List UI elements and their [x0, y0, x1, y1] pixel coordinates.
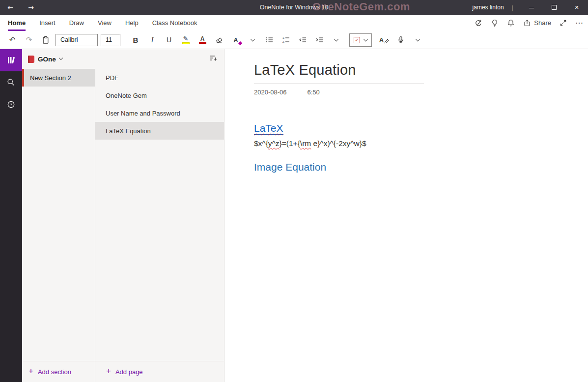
font-group-dropdown[interactable]	[245, 32, 260, 47]
section-item-new-section-2[interactable]: New Section 2	[22, 69, 95, 87]
expand-icon	[560, 19, 567, 27]
page-title[interactable]: LaTeX Equation	[254, 62, 588, 78]
chevron-down-icon	[364, 36, 368, 41]
paragraph-group-dropdown[interactable]	[329, 32, 343, 47]
ink-replay-button[interactable]	[475, 19, 482, 27]
clear-formatting-button[interactable]: A	[228, 32, 243, 47]
outdent-icon	[299, 36, 307, 44]
page-date: 2020-08-06	[254, 88, 287, 96]
redo-button[interactable]: ↷	[22, 32, 36, 47]
lightbulb-icon	[491, 19, 499, 27]
todo-tag-control[interactable]	[349, 33, 372, 47]
notebooks-nav-button[interactable]	[0, 49, 22, 71]
highlighter-icon: ✎	[183, 35, 189, 42]
add-section-button[interactable]: + Add section	[22, 361, 95, 382]
back-button[interactable]: ←	[0, 0, 21, 15]
share-button[interactable]: Share	[523, 19, 551, 27]
recent-notes-nav-button[interactable]	[0, 93, 22, 116]
ink-replay-icon	[475, 19, 482, 27]
sort-icon	[209, 55, 217, 62]
close-button[interactable]: ✕	[565, 0, 588, 15]
dictate-button[interactable]	[393, 32, 408, 47]
notifications-button[interactable]	[507, 19, 515, 27]
font-name-select[interactable]: Calibri	[56, 34, 98, 46]
numbered-list-icon: 1.2.	[282, 36, 290, 44]
styles-button[interactable]: A	[377, 32, 392, 47]
tab-help[interactable]: Help	[125, 15, 139, 31]
user-account[interactable]: james linton	[473, 4, 504, 11]
tab-view[interactable]: View	[98, 15, 112, 31]
formatting-toolbar: ↶ ↷ Calibri 11 B I U ✎ A A 1.2.	[0, 31, 588, 49]
numbered-list-button[interactable]: 1.2.	[279, 32, 293, 47]
equation-segment: $x^{	[254, 139, 268, 147]
note-canvas[interactable]: LaTeX Equation 2020-08-06 6:50 LaTeX $x^…	[224, 49, 588, 382]
chevron-down-icon	[250, 36, 255, 41]
notebook-name: GOne	[38, 56, 56, 63]
forward-button[interactable]: →	[21, 0, 41, 15]
window-title: OneNote for Windows 10	[260, 4, 329, 11]
highlight-colorbar	[182, 42, 190, 44]
latex-hyperlink[interactable]: LaTeX	[254, 122, 283, 135]
page-meta: 2020-08-06 6:50	[254, 88, 588, 96]
styles-letter: A	[379, 36, 384, 44]
titlebar-separator: |	[512, 4, 513, 11]
tab-home[interactable]: Home	[8, 15, 26, 31]
plus-icon: +	[28, 366, 33, 376]
latex-link-line: LaTeX	[254, 122, 588, 134]
bullet-list-button[interactable]	[262, 32, 277, 47]
indent-icon	[315, 36, 324, 44]
notebook-icon	[28, 56, 34, 63]
tell-me-button[interactable]	[491, 19, 499, 27]
share-icon	[523, 19, 531, 27]
search-nav-button[interactable]	[0, 71, 22, 93]
panels-footer: + Add section + Add page	[22, 361, 224, 382]
navigation-panels: GOne New Section 2 PDF OneNote Gem User …	[22, 49, 224, 382]
svg-text:2.: 2.	[282, 40, 285, 43]
search-icon	[7, 78, 15, 87]
chevron-down-icon	[59, 56, 63, 60]
bullet-list-icon	[265, 36, 274, 44]
equation-segment: e}^x)^{-2xy^w}$	[311, 139, 366, 147]
tab-insert[interactable]: Insert	[39, 15, 56, 31]
add-page-button[interactable]: + Add page	[95, 361, 143, 382]
outdent-button[interactable]	[295, 32, 310, 47]
clipboard-icon	[42, 36, 50, 44]
minimize-button[interactable]: —	[520, 0, 543, 15]
chevron-down-icon	[334, 36, 338, 41]
indent-button[interactable]	[312, 32, 327, 47]
maximize-button[interactable]	[543, 0, 565, 15]
sort-pages-button[interactable]	[209, 55, 217, 64]
image-equation-heading[interactable]: Image Equation	[254, 161, 588, 173]
page-item-pdf[interactable]: PDF	[95, 69, 224, 87]
latex-equation-text[interactable]: $x^{y^z}=(1+{\rm e}^x)^{-2xy^w}$	[254, 139, 588, 148]
tab-draw[interactable]: Draw	[69, 15, 84, 31]
panels-header: GOne	[22, 49, 224, 69]
ribbon-tab-bar: Home Insert Draw View Help Class Noteboo…	[0, 15, 588, 31]
notebook-dropdown[interactable]: GOne	[22, 56, 95, 63]
styles-pen-icon	[384, 39, 389, 44]
paste-button[interactable]	[38, 32, 53, 47]
highlighter-button[interactable]: ✎	[178, 32, 193, 47]
add-page-label: Add page	[115, 368, 143, 376]
undo-button[interactable]: ↶	[5, 32, 20, 47]
eraser-icon	[215, 36, 223, 44]
font-color-letter: A	[200, 36, 205, 42]
fullscreen-button[interactable]	[560, 19, 567, 27]
page-item-user-name-and-password[interactable]: User Name and Password	[95, 104, 224, 122]
eraser-button[interactable]	[212, 32, 226, 47]
font-color-button[interactable]: A	[195, 32, 210, 47]
todo-checkbox-icon	[354, 37, 360, 43]
bold-button[interactable]: B	[128, 32, 143, 47]
dictate-dropdown[interactable]	[410, 32, 425, 47]
page-item-latex-equation[interactable]: LaTeX Equation	[95, 122, 224, 140]
tab-class-notebook[interactable]: Class Notebook	[152, 15, 197, 31]
clock-icon	[7, 100, 15, 109]
bell-icon	[507, 19, 515, 27]
font-size-select[interactable]: 11	[101, 34, 120, 46]
page-item-onenote-gem[interactable]: OneNote Gem	[95, 87, 224, 104]
clear-formatting-diamond-icon	[238, 41, 242, 45]
underline-button[interactable]: U	[162, 32, 176, 47]
titlebar: ← → OneNote for Windows 10 OneNoteGem.co…	[0, 0, 588, 15]
more-options-button[interactable]: ⋯	[575, 18, 583, 28]
italic-button[interactable]: I	[145, 32, 160, 47]
